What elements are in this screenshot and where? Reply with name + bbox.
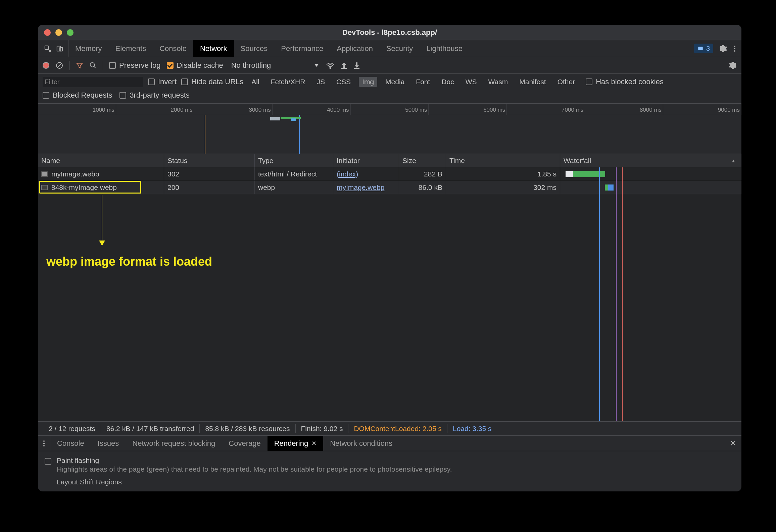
type-filter-other[interactable]: Other [554,77,579,87]
svg-point-16 [43,445,45,446]
th-waterfall[interactable]: Waterfall ▲ [560,154,741,167]
drawer-tab-bar: Console Issues Network request blocking … [38,435,741,451]
drawer-tab-console[interactable]: Console [50,436,91,451]
filter-bar: Invert Hide data URLs All Fetch/XHR JS C… [38,74,741,104]
upload-har-icon[interactable] [341,62,347,69]
table-body: myImage.webp 302 text/html / Redirect (i… [38,167,741,421]
blocked-requests-toggle[interactable]: Blocked Requests [43,91,112,100]
summary-load: Load: 3.35 s [447,425,497,433]
timeline-overview[interactable]: 1000 ms 2000 ms 3000 ms 4000 ms 5000 ms … [38,104,741,154]
has-blocked-cookies-toggle[interactable]: Has blocked cookies [586,77,664,86]
th-name[interactable]: Name [38,154,164,167]
svg-point-4 [734,46,735,47]
cell-type: webp [255,181,333,194]
summary-resources: 85.8 kB / 283 kB resources [200,425,295,433]
window-controls [44,29,74,36]
type-filter-img[interactable]: Img [359,77,377,87]
drawer-tab-netblock[interactable]: Network request blocking [126,436,222,451]
drawer-tab-issues[interactable]: Issues [91,436,126,451]
svg-point-11 [330,67,331,68]
tab-memory[interactable]: Memory [68,40,108,57]
tab-console[interactable]: Console [153,40,193,57]
type-filter-media[interactable]: Media [382,77,408,87]
checkbox-icon [181,78,188,85]
issues-badge[interactable]: 3 [694,44,713,53]
tab-network[interactable]: Network [193,40,234,57]
cell-waterfall [560,167,741,180]
zoom-window-button[interactable] [67,29,74,36]
network-conditions-icon[interactable] [326,62,335,69]
cell-name: 848k-myImage.webp [38,181,164,194]
th-type[interactable]: Type [255,154,333,167]
inspect-element-icon[interactable] [44,45,51,52]
tab-application[interactable]: Application [330,40,380,57]
hide-data-urls-toggle[interactable]: Hide data URLs [181,77,243,86]
preserve-log-label: Preserve log [119,61,161,70]
type-filter-doc[interactable]: Doc [438,77,457,87]
type-filter-ws[interactable]: WS [462,77,480,87]
invert-toggle[interactable]: Invert [148,77,177,86]
search-icon[interactable] [89,62,97,69]
preserve-log-toggle[interactable]: Preserve log [109,61,161,70]
type-filter-wasm[interactable]: Wasm [485,77,512,87]
type-filter-all[interactable]: All [248,77,262,87]
th-initiator[interactable]: Initiator [333,154,399,167]
network-table: Name Status Type Initiator Size Time Wat… [38,154,741,421]
drawer-tab-coverage[interactable]: Coverage [222,436,267,451]
type-filter-manifest[interactable]: Manifest [516,77,549,87]
throttling-select[interactable]: No throttling [231,61,320,70]
svg-point-9 [90,62,95,67]
record-button[interactable] [43,62,49,69]
checkbox-icon [45,458,51,465]
type-filter-font[interactable]: Font [413,77,433,87]
layout-shift-option[interactable]: Layout Shift Regions [45,478,735,488]
type-filter-js[interactable]: JS [313,77,328,87]
table-row[interactable]: myImage.webp 302 text/html / Redirect (i… [38,167,741,181]
th-time[interactable]: Time [446,154,560,167]
paint-flashing-option[interactable]: Paint flashing Highlights areas of the p… [45,457,735,473]
type-filter-css[interactable]: CSS [333,77,354,87]
settings-gear-icon[interactable] [719,45,727,53]
chevron-down-icon [314,64,319,67]
tab-elements[interactable]: Elements [108,40,153,57]
more-menu-icon[interactable] [733,45,736,53]
close-window-button[interactable] [44,29,51,36]
cell-type: text/html / Redirect [255,167,333,180]
cell-initiator: (index) [333,167,399,180]
minimize-window-button[interactable] [55,29,62,36]
download-har-icon[interactable] [353,62,360,69]
filter-input[interactable] [43,77,143,87]
drawer-tab-rendering[interactable]: Rendering ✕ [268,436,324,451]
third-party-toggle[interactable]: 3rd-party requests [119,91,190,100]
svg-rect-1 [57,46,61,51]
tab-lighthouse[interactable]: Lighthouse [420,40,469,57]
image-icon [41,185,48,190]
th-status[interactable]: Status [164,154,255,167]
clear-icon[interactable] [55,61,63,69]
cell-initiator: myImage.webp [333,181,399,194]
th-size[interactable]: Size [399,154,446,167]
cell-waterfall [560,181,741,194]
drawer-more-icon[interactable] [38,436,50,451]
timeline-ruler: 1000 ms 2000 ms 3000 ms 4000 ms 5000 ms … [38,104,741,115]
tab-security[interactable]: Security [380,40,420,57]
tab-performance[interactable]: Performance [274,40,330,57]
svg-point-14 [43,440,45,442]
cell-name: myImage.webp [38,167,164,180]
filter-icon[interactable] [76,62,83,69]
drawer-tab-netcond[interactable]: Network conditions [323,436,399,451]
cell-status: 200 [164,181,255,194]
table-row[interactable]: 848k-myImage.webp 200 webp myImage.webp … [38,181,741,194]
device-toolbar-icon[interactable] [56,45,63,52]
disable-cache-toggle[interactable]: Disable cache [167,61,223,70]
tab-sources[interactable]: Sources [234,40,275,57]
summary-bar: 2 / 12 requests 86.2 kB / 147 kB transfe… [38,421,741,435]
summary-dcl: DOMContentLoaded: 2.05 s [348,425,447,433]
sort-indicator-icon: ▲ [731,158,736,163]
svg-rect-13 [354,68,359,69]
close-tab-icon[interactable]: ✕ [311,440,317,447]
panel-settings-gear-icon[interactable] [729,61,737,69]
drawer-close-icon[interactable]: ✕ [725,436,741,451]
annotation-arrow-icon [102,195,102,245]
type-filter-fetch[interactable]: Fetch/XHR [268,77,309,87]
